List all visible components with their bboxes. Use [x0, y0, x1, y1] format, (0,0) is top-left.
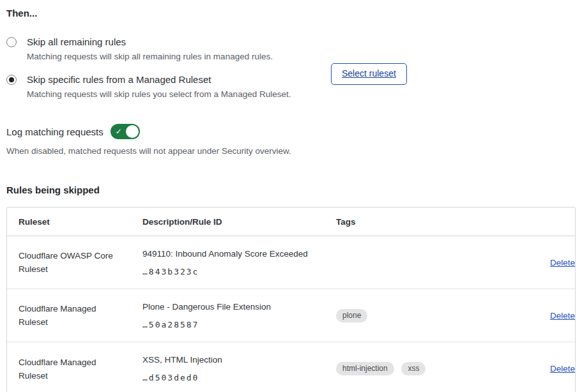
option-skip-all-remaining-rules[interactable]: Skip all remaining rules Matching reques…: [6, 35, 574, 63]
rules-being-skipped-heading: Rules being skipped: [6, 185, 574, 196]
table-header-row: Ruleset Description/Rule ID Tags: [7, 207, 575, 236]
delete-link[interactable]: Delete: [550, 364, 575, 373]
tags-cell: [336, 236, 505, 289]
rule-id: …50a28587: [142, 319, 336, 331]
column-header-ruleset: Ruleset: [7, 207, 142, 236]
delete-link[interactable]: Delete: [550, 258, 575, 268]
radio-button-unselected[interactable]: [6, 37, 17, 47]
log-toggle-description: When disabled, matched requests will not…: [6, 145, 574, 157]
ruleset-name: Cloudflare Managed Ruleset: [19, 356, 119, 382]
option-text: Skip specific rules from a Managed Rules…: [27, 73, 291, 101]
option-skip-specific-rules[interactable]: Skip specific rules from a Managed Rules…: [6, 73, 574, 101]
tags-cell: plone: [336, 289, 505, 342]
column-header-tags: Tags: [336, 207, 505, 236]
option-description: Matching requests will skip all remainin…: [27, 50, 273, 63]
option-text: Skip all remaining rules Matching reques…: [27, 35, 273, 63]
table-row: Cloudflare Managed Ruleset XSS, HTML Inj…: [7, 342, 575, 392]
rule-description: 949110: Inbound Anomaly Score Exceeded: [142, 248, 336, 260]
description-cell: 949110: Inbound Anomaly Score Exceeded ……: [142, 236, 336, 289]
ruleset-cell: Cloudflare OWASP Core Ruleset: [7, 236, 142, 289]
rule-description: Plone - Dangerous File Extension: [142, 301, 336, 313]
actions-cell: Delete: [505, 236, 575, 289]
rule-id: …d503ded0: [142, 372, 336, 384]
select-ruleset-button[interactable]: Select ruleset: [331, 63, 407, 85]
option-label[interactable]: Skip all remaining rules: [27, 35, 273, 49]
table-row: Cloudflare Managed Ruleset Plone - Dange…: [7, 289, 575, 342]
description-cell: Plone - Dangerous File Extension …50a285…: [142, 289, 336, 342]
then-heading: Then...: [6, 8, 574, 19]
check-icon: ✓: [116, 126, 122, 137]
ruleset-cell: Cloudflare Managed Ruleset: [7, 289, 142, 342]
radio-button-selected[interactable]: [6, 75, 17, 85]
option-label[interactable]: Skip specific rules from a Managed Rules…: [27, 73, 291, 87]
log-matching-requests-row: Log matching requests ✓: [6, 124, 574, 139]
rule-description: XSS, HTML Injection: [142, 354, 336, 366]
waf-rule-then-panel: Then... Skip all remaining rules Matchin…: [0, 0, 582, 392]
column-header-description-rule-id: Description/Rule ID: [142, 207, 336, 236]
actions-cell: Delete: [505, 342, 575, 392]
ruleset-cell: Cloudflare Managed Ruleset: [7, 342, 142, 392]
table-row: Cloudflare OWASP Core Ruleset 949110: In…: [7, 236, 575, 289]
tags-cell: html-injection xss: [336, 342, 505, 392]
ruleset-name: Cloudflare Managed Ruleset: [19, 302, 119, 329]
rules-being-skipped-table: Ruleset Description/Rule ID Tags Cloudfl…: [6, 207, 576, 392]
column-header-actions: [505, 207, 575, 236]
toggle-knob: [126, 125, 139, 138]
delete-link[interactable]: Delete: [550, 311, 575, 320]
ruleset-name: Cloudflare OWASP Core Ruleset: [19, 249, 119, 276]
actions-cell: Delete: [505, 289, 575, 342]
rule-id: …843b323c: [142, 266, 336, 278]
option-description: Matching requests will skip rules you se…: [27, 88, 291, 101]
tag-badge: xss: [401, 362, 425, 375]
tag-badge: html-injection: [336, 362, 394, 375]
description-cell: XSS, HTML Injection …d503ded0: [142, 342, 336, 392]
log-toggle-label: Log matching requests: [6, 126, 103, 137]
log-toggle-switch-on[interactable]: ✓: [111, 124, 140, 139]
tag-badge: plone: [336, 309, 367, 322]
